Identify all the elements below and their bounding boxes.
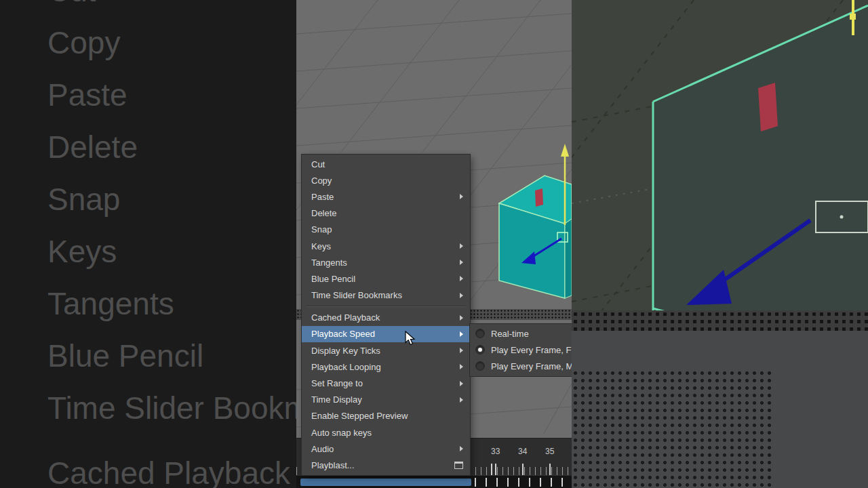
submenu-arrow-icon [460,260,463,265]
radio-dot [478,348,482,352]
menu-item-label: Cut [311,159,325,169]
menu-item-label: Audio [311,444,334,454]
menu-item[interactable]: Delete [302,205,470,222]
magnified-menu-item-label: Tangents [47,286,174,321]
red-face [535,188,543,207]
magnified-menu-item: Time Slider Bookm [0,382,296,434]
submenu-item[interactable]: Real-time [470,325,572,342]
magnified-red-face [758,83,778,131]
menu-item-label: Keys [311,241,331,251]
menu-item-label: Delete [311,208,337,218]
magnified-menu-item-label: Snap [47,182,120,217]
magnified-menu-item: Paste [0,69,296,121]
magnified-menu-item: Cut [0,0,296,17]
magnified-menu-item-label: Paste [47,77,127,113]
submenu-arrow-icon [460,194,463,199]
submenu-arrow-icon [460,397,463,403]
frame-number: 33 [491,447,500,456]
menu-item[interactable]: Playback Speed [302,326,470,342]
frame-number: 35 [545,447,554,456]
menu-item[interactable]: Tangents [302,254,470,270]
radio-button-icon[interactable] [475,329,485,338]
menu-item-label: Tangents [311,258,347,268]
menu-item-label: Snap [311,224,332,235]
mouse-cursor-icon [405,331,416,346]
magnified-menu-backdrop: Cut Copy Paste Delete Snap Keys Tangents… [0,0,296,488]
magnified-viewport-backdrop [572,0,868,488]
menu-item[interactable]: Blue Pencil [302,270,470,287]
menu-item-label: Playback Speed [311,329,375,339]
menu-item[interactable]: Display Key Ticks [302,342,470,359]
submenu-arrow-icon [460,243,463,249]
timeline-context-menu: Cut Copy Paste Delete Snap [302,155,470,475]
menu-item[interactable]: Keys [302,238,470,254]
range-slider-bar[interactable] [300,479,471,486]
range-slider[interactable] [296,476,572,488]
menu-item-label: Set Range to [311,378,363,388]
submenu-arrow-icon [460,348,463,353]
submenu-item[interactable]: Play Every Frame, M [470,358,572,374]
submenu-item-label: Play Every Frame, Fr [491,345,572,355]
menu-item[interactable]: Audio [302,441,470,457]
menu-item[interactable]: Playback Looping [302,359,470,375]
menu-item-label: Playblast... [311,460,355,470]
magnified-menu-item: Keys [0,226,296,278]
submenu-item-label: Real-time [491,329,529,339]
submenu-arrow-icon [460,381,463,386]
magnified-cached-playback-strip [572,310,868,331]
magnified-menu-items: Cut Copy Paste Delete Snap Keys Tangents… [0,0,296,488]
magnified-menu-item: Cached Playback [0,447,296,488]
menu-item-label: Blue Pencil [311,274,355,284]
magnified-menu-item-label: Time Slider Bookm [47,390,296,426]
menu-item[interactable] [302,304,470,310]
submenu-arrow-icon [460,276,463,281]
submenu-item[interactable]: Play Every Frame, Fr [470,342,572,358]
menu-item-label: Enable Stepped Preview [311,411,408,421]
menu-item-label: Cached Playback [311,312,380,323]
menu-item[interactable]: Cached Playback [302,310,470,326]
magnified-menu-item-label: Cached Playback [47,455,290,488]
video-frame: Cut Copy Paste Delete Snap Keys Tangents… [0,0,868,488]
submenu-arrow-icon [460,446,463,451]
magnified-menu-item-label: Cut [47,0,96,8]
playback-speed-submenu: Real-time Play Every Frame, Fr Play Ever… [470,324,572,376]
radio-button-icon[interactable] [475,345,485,354]
radio-button-icon[interactable] [475,361,485,371]
menu-item-label: Copy [311,176,332,186]
magnified-menu-item-label: Delete [47,129,138,165]
magnified-menu-item: Snap [0,174,296,226]
submenu-arrow-icon [460,293,463,298]
magnified-menu-item-label: Keys [47,234,117,269]
menu-item[interactable]: Enable Stepped Preview [302,408,470,424]
menu-item-label: Display Key Ticks [311,346,380,356]
menu-item[interactable]: Cut [302,156,470,172]
submenu-item-label: Play Every Frame, M [491,361,572,371]
frame-number: 34 [518,447,527,456]
maya-viewport-column: 33 34 35 Cut Copy Paste [296,0,572,488]
menu-item[interactable]: Snap [302,222,470,238]
menu-item-label: Playback Looping [311,362,381,372]
magnified-dot-texture [572,369,775,488]
submenu-arrow-icon [460,331,463,337]
menu-item[interactable]: Copy [302,172,470,188]
range-slider-ticks [475,478,572,487]
magnified-menu-item: Tangents [0,278,296,330]
magnified-menu-item: Blue Pencil [0,330,296,382]
menu-item-label: Time Slider Bookmarks [311,290,402,300]
submenu-arrow-icon [460,364,463,369]
magnified-menu-item: Copy [0,17,296,69]
menu-item-label: Time Display [311,394,362,405]
magnified-menu-item-label: Blue Pencil [47,338,203,373]
submenu-arrow-icon [460,315,463,321]
menu-item[interactable]: Playblast... [302,457,470,473]
menu-item[interactable]: Time Display [302,392,470,408]
menu-item[interactable]: Auto snap keys [302,424,470,441]
option-window-icon[interactable] [454,462,463,469]
menu-item[interactable]: Paste [302,188,470,205]
menu-item[interactable]: Time Slider Bookmarks [302,287,470,304]
magnified-menu-item-label: Copy [47,25,120,60]
menu-item-label: Auto snap keys [311,428,372,438]
menu-item[interactable]: Set Range to [302,375,470,391]
magnified-menu-item: Delete [0,121,296,174]
menu-item-label: Paste [311,192,334,202]
